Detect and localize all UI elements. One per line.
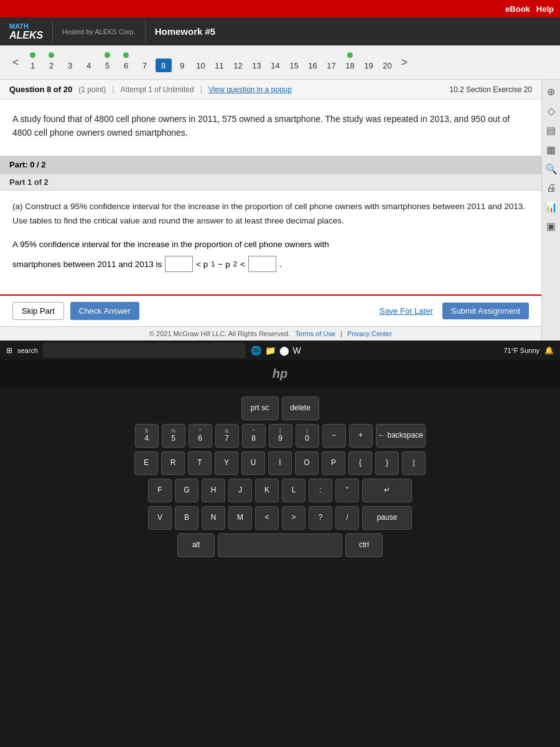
key-colon[interactable]: : [309, 479, 332, 502]
sidebar-calc-icon[interactable]: ▦ [546, 144, 556, 156]
key-l[interactable]: L [282, 479, 306, 502]
math-minus: − p [218, 256, 230, 273]
answer-input-1[interactable] [165, 256, 193, 272]
key-lbracket[interactable]: { [348, 451, 372, 475]
key-b[interactable]: B [175, 506, 198, 530]
key-slash[interactable]: / [335, 506, 359, 530]
key-alt[interactable]: alt [177, 533, 215, 557]
answer-input-2[interactable] [248, 256, 276, 272]
submit-assignment-button[interactable]: Submit Assignment [442, 303, 529, 319]
nav-num-7[interactable]: 7 [137, 59, 153, 72]
key-h[interactable]: H [202, 479, 225, 502]
key-f[interactable]: F [148, 479, 172, 502]
nav-num-12[interactable]: 12 [230, 59, 246, 72]
privacy-link[interactable]: Privacy Center [347, 330, 392, 337]
kbd-fn-row: prt sc delete [12, 397, 548, 420]
nav-num-1[interactable]: 1 [25, 59, 41, 72]
nav-num-11[interactable]: 11 [212, 59, 228, 72]
nav-num-10[interactable]: 10 [193, 59, 209, 72]
key-n[interactable]: N [202, 506, 225, 530]
terms-link[interactable]: Terms of Use [295, 330, 335, 337]
answer-line2: smartphones between 2011 and 2013 is < p… [12, 256, 529, 273]
sidebar-bookmark-icon[interactable]: ◇ [548, 105, 555, 117]
nav-item-17: 17 [324, 52, 340, 72]
nav-num-5[interactable]: 5 [100, 59, 116, 72]
nav-num-3[interactable]: 3 [62, 59, 78, 72]
key-plus[interactable]: + [349, 424, 373, 448]
taskbar: ⊞ search 🌐 📁 ⬤ W 71°F Sunny 🔔 [0, 341, 560, 360]
copyright-text: © 2021 McGraw Hill LLC. All Rights Reser… [149, 330, 290, 337]
sidebar-link-icon[interactable]: ⊕ [547, 86, 555, 98]
sidebar-chart-icon[interactable]: 📊 [545, 201, 558, 213]
nav-item-6: 6 [118, 52, 134, 72]
key-m[interactable]: M [228, 506, 252, 530]
sidebar-search-icon[interactable]: 🔍 [545, 163, 558, 175]
key-space[interactable] [218, 533, 342, 557]
key-t[interactable]: T [188, 451, 212, 475]
taskbar-edge-icon[interactable]: 🌐 [251, 345, 261, 355]
key-p[interactable]: P [322, 451, 345, 475]
ebook-button[interactable]: eBook [505, 4, 530, 14]
nav-num-6[interactable]: 6 [118, 59, 134, 72]
nav-num-8[interactable]: 8 [156, 59, 172, 72]
key-pause[interactable]: pause [362, 506, 412, 530]
nav-num-20[interactable]: 20 [380, 59, 396, 72]
key-caret[interactable]: ^6 [189, 424, 212, 448]
nav-num-9[interactable]: 9 [174, 59, 190, 72]
key-paren-open[interactable]: (9 [269, 424, 292, 448]
key-delete[interactable]: delete [282, 397, 319, 420]
taskbar-chrome-icon[interactable]: ⬤ [279, 345, 289, 355]
key-v[interactable]: V [148, 506, 172, 530]
taskbar-folder-icon[interactable]: 📁 [265, 345, 276, 355]
key-dollar[interactable]: $4 [135, 424, 159, 448]
next-button[interactable]: > [398, 56, 411, 69]
key-e[interactable]: E [134, 451, 158, 475]
key-r[interactable]: R [161, 451, 185, 475]
key-enter[interactable]: ↵ [362, 479, 412, 502]
key-percent[interactable]: %5 [162, 424, 185, 448]
key-i[interactable]: I [268, 451, 292, 475]
key-u[interactable]: U [241, 451, 265, 475]
key-prtsc[interactable]: prt sc [241, 397, 279, 420]
nav-item-8: 8 [156, 52, 172, 72]
key-rbracket[interactable]: } [375, 451, 399, 475]
nav-num-19[interactable]: 19 [361, 59, 377, 72]
view-popup-link[interactable]: View question in a popup [208, 85, 292, 94]
nav-num-14[interactable]: 14 [268, 59, 284, 72]
key-backspace[interactable]: ← backspace [376, 424, 426, 448]
key-paren-close[interactable]: )0 [296, 424, 319, 448]
key-comma[interactable]: < [255, 506, 279, 530]
key-star[interactable]: *8 [242, 424, 266, 448]
key-g[interactable]: G [175, 479, 198, 502]
prev-button[interactable]: < [9, 56, 22, 69]
skip-part-button[interactable]: Skip Part [12, 302, 64, 320]
key-j[interactable]: J [228, 479, 252, 502]
nav-num-17[interactable]: 17 [324, 59, 340, 72]
key-quote[interactable]: " [335, 479, 359, 502]
nav-num-15[interactable]: 15 [286, 59, 302, 72]
sidebar-notes-icon[interactable]: ▤ [546, 125, 556, 136]
key-minus[interactable]: − [322, 424, 346, 448]
nav-num-13[interactable]: 13 [249, 59, 265, 72]
sidebar-extra-icon[interactable]: ▣ [546, 220, 556, 232]
help-button[interactable]: Help [536, 4, 554, 14]
check-answer-button[interactable]: Check Answer [70, 302, 139, 320]
key-y[interactable]: Y [215, 451, 238, 475]
nav-num-2[interactable]: 2 [44, 59, 60, 72]
key-amp[interactable]: &7 [215, 424, 239, 448]
key-pipe[interactable]: | [402, 451, 426, 475]
save-for-later-button[interactable]: Save For Later [380, 303, 433, 319]
key-period[interactable]: > [282, 506, 306, 530]
key-question[interactable]: ? [309, 506, 332, 530]
sidebar-print-icon[interactable]: 🖨 [546, 182, 556, 194]
nav-num-16[interactable]: 16 [305, 59, 321, 72]
taskbar-notification-icon[interactable]: 🔔 [544, 346, 554, 355]
nav-num-4[interactable]: 4 [81, 59, 97, 72]
nav-num-18[interactable]: 18 [342, 59, 358, 72]
key-o[interactable]: O [295, 451, 319, 475]
key-k[interactable]: K [255, 479, 279, 502]
key-ctrl[interactable]: ctrl [345, 533, 383, 557]
answer-area: A 95% confidence interval for the increa… [12, 236, 529, 253]
taskbar-word-icon[interactable]: W [293, 345, 301, 355]
taskbar-search-input[interactable] [43, 343, 246, 358]
